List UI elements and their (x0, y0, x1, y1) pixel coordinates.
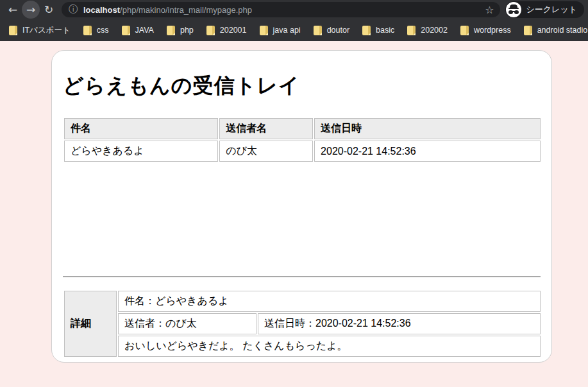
bookmark-basic[interactable]: basic (356, 22, 401, 39)
bookmark-css[interactable]: css (77, 22, 115, 39)
detail-table: 詳細 件名：どらやきあるよ 送信者：のび太 送信日時：2020-02-21 14… (63, 289, 542, 358)
bookmark-doutor[interactable]: doutor (307, 22, 356, 39)
bookmark-java[interactable]: JAVA (115, 22, 160, 39)
col-header-sender: 送信者名 (219, 118, 313, 139)
folder-icon (314, 26, 322, 35)
inbox-header-row: 件名 送信者名 送信日時 (64, 118, 541, 139)
browser-chrome: ← → ↻ ⓘ localhost/php/makino/intra_mail/… (0, 0, 588, 41)
url-path: /php/makino/intra_mail/mypage.php (120, 5, 252, 15)
page-info-icon[interactable]: ⓘ (69, 4, 78, 15)
inbox-row[interactable]: どらやきあるよ のび太 2020-02-21 14:52:36 (64, 141, 541, 162)
bookmark-wordpress[interactable]: wordpress (454, 22, 517, 39)
folder-icon (122, 26, 130, 35)
bookmark-202002[interactable]: 202002 (401, 22, 454, 39)
folder-icon (407, 26, 416, 35)
detail-sender: 送信者：のび太 (118, 313, 256, 334)
folder-icon (362, 26, 371, 35)
detail-row-sender: 送信者：のび太 送信日時：2020-02-21 14:52:36 (64, 313, 541, 334)
refresh-button[interactable]: ↻ (40, 1, 58, 19)
url-text: localhost/php/makino/intra_mail/mypage.p… (83, 5, 252, 15)
folder-icon (524, 26, 532, 35)
back-button[interactable]: ← (4, 1, 22, 19)
detail-row-subject: 詳細 件名：どらやきあるよ (64, 291, 541, 312)
bookmark-star-icon[interactable]: ☆ (485, 4, 494, 16)
folder-icon (83, 26, 92, 35)
bookmark-java-api[interactable]: java api (253, 22, 307, 39)
page-title: どらえもんの受信トレイ (63, 72, 541, 100)
page-background: どらえもんの受信トレイ 件名 送信者名 送信日時 どらやきあるよ のび太 202… (0, 41, 588, 387)
cell-sender[interactable]: のび太 (219, 141, 313, 162)
folder-icon (206, 26, 215, 35)
inbox-table: 件名 送信者名 送信日時 どらやきあるよ のび太 2020-02-21 14:5… (63, 117, 542, 163)
incognito-icon (506, 2, 521, 17)
bookmark-itpassport[interactable]: ITパスポート (3, 22, 77, 39)
cell-sent-at[interactable]: 2020-02-21 14:52:36 (314, 141, 541, 162)
url-bar[interactable]: ⓘ localhost/php/makino/intra_mail/mypage… (62, 2, 500, 17)
detail-row-body: おいしいどらやきだよ。 たくさんもらったよ。 (64, 336, 541, 357)
incognito-badge: シークレット (505, 1, 584, 18)
folder-icon (260, 26, 268, 35)
detail-body: おいしいどらやきだよ。 たくさんもらったよ。 (118, 336, 541, 357)
folder-icon (460, 26, 469, 35)
browser-toolbar: ← → ↻ ⓘ localhost/php/makino/intra_mail/… (0, 0, 588, 19)
content-card: どらえもんの受信トレイ 件名 送信者名 送信日時 どらやきあるよ のび太 202… (51, 50, 552, 363)
folder-icon (9, 26, 17, 35)
forward-button[interactable]: → (22, 1, 40, 19)
bookmark-android-stadio[interactable]: android stadio (517, 22, 588, 39)
cell-subject[interactable]: どらやきあるよ (64, 141, 218, 162)
detail-label: 詳細 (64, 291, 117, 357)
detail-subject: 件名：どらやきあるよ (118, 291, 541, 312)
bookmark-php[interactable]: php (160, 22, 200, 39)
bookmarks-bar: ITパスポート css JAVA php 202001 java api dou… (0, 19, 588, 41)
col-header-sent-at: 送信日時 (314, 118, 541, 139)
whitespace-spacer (63, 163, 541, 276)
url-host: localhost (83, 5, 120, 15)
divider (63, 276, 541, 277)
bookmark-202001[interactable]: 202001 (200, 22, 253, 39)
detail-sent-at: 送信日時：2020-02-21 14:52:36 (258, 313, 541, 334)
folder-icon (167, 26, 175, 35)
col-header-subject: 件名 (64, 118, 218, 139)
incognito-label: シークレット (526, 4, 577, 15)
